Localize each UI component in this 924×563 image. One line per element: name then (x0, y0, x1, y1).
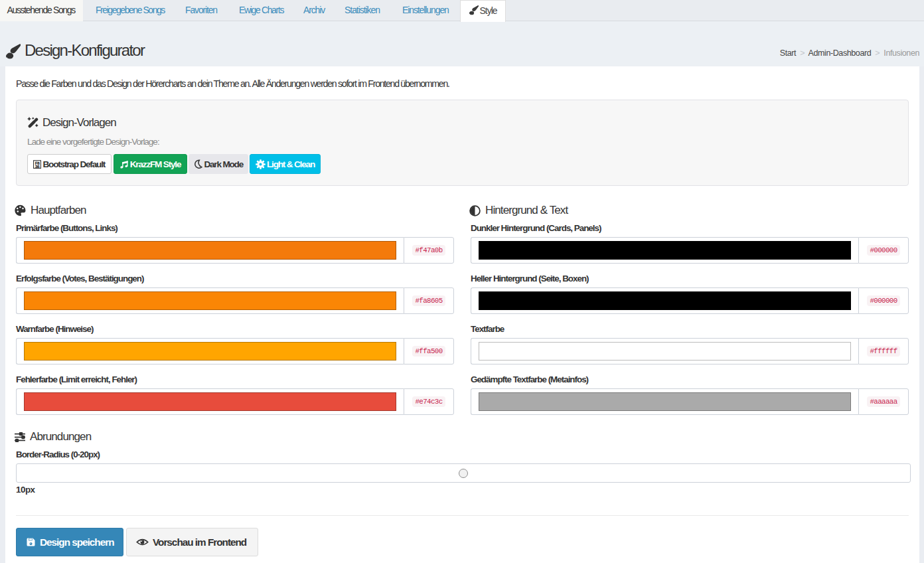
svg-text:36: 36 (35, 164, 40, 169)
